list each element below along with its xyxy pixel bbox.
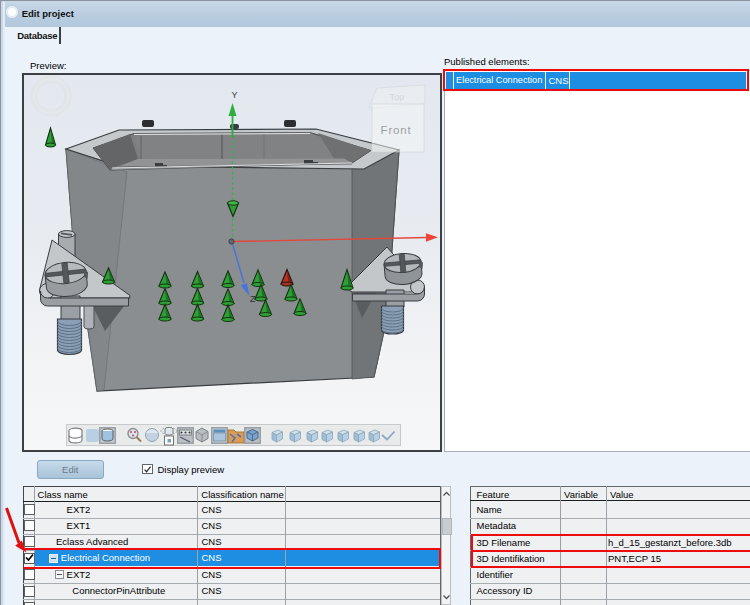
svg-text:Front: Front xyxy=(381,124,412,136)
svg-text:Y: Y xyxy=(231,90,237,100)
svg-text:Top: Top xyxy=(389,92,404,103)
